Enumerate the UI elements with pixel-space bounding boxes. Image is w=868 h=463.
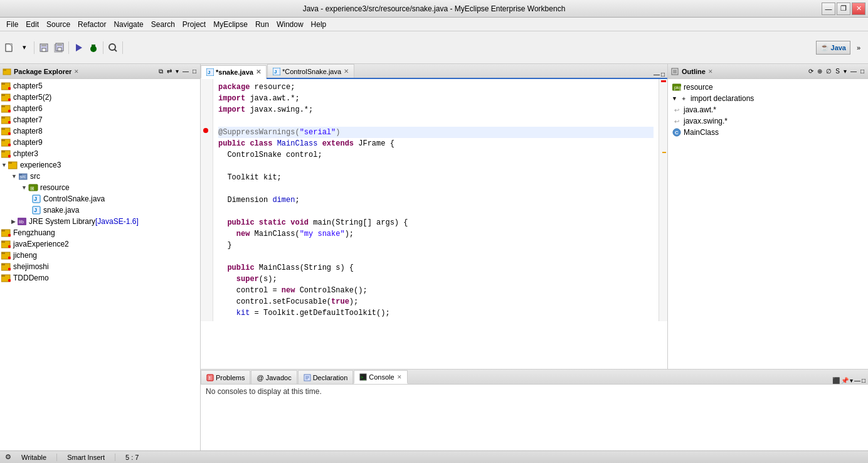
tree-item-chapter5[interactable]: chapter5 bbox=[1, 80, 199, 92]
code-line-14: new MainClass("my snake"); bbox=[218, 228, 654, 240]
tree-item-jre[interactable]: ▶ lib JRE System Library [JavaSE-1.6] bbox=[1, 216, 199, 227]
svg-rect-19 bbox=[1, 94, 5, 96]
tab-controlsnake-close[interactable]: ✕ bbox=[344, 68, 349, 75]
tree-item-src[interactable]: ▼ src src bbox=[1, 171, 199, 182]
tab-declaration[interactable]: Declaration bbox=[298, 370, 354, 384]
menu-run[interactable]: Run bbox=[251, 19, 273, 30]
tree-item-chapter9[interactable]: chapter9 bbox=[1, 137, 199, 148]
java-perspective-button[interactable]: ☕ Java bbox=[816, 41, 850, 55]
collapse-all-button[interactable]: ⧉ bbox=[157, 68, 164, 75]
search-button[interactable] bbox=[106, 41, 120, 55]
minimize-panel-button[interactable]: — bbox=[181, 68, 190, 75]
java-file-icon: J bbox=[31, 194, 41, 204]
maximize-editor-button[interactable]: □ bbox=[661, 71, 665, 78]
tab-snake-close[interactable]: ✕ bbox=[256, 68, 261, 75]
tree-item-tdddemo[interactable]: TDDDemo bbox=[1, 272, 199, 284]
svg-rect-60 bbox=[8, 268, 11, 270]
svg-rect-3 bbox=[42, 48, 46, 51]
outline-resource[interactable]: pkg resource bbox=[670, 82, 865, 93]
new-button[interactable] bbox=[3, 41, 16, 55]
console-close-icon[interactable]: ✕ bbox=[397, 374, 402, 380]
outline-sort-button[interactable]: ⟳ bbox=[807, 68, 815, 75]
tree-item-chpter3[interactable]: chpter3 bbox=[1, 148, 199, 159]
tree-item-fengzhuang[interactable]: Fengzhuang bbox=[1, 227, 199, 238]
tree-item-javaexperience2[interactable]: javaExperience2 bbox=[1, 238, 199, 250]
bottom-min[interactable]: — bbox=[854, 377, 860, 384]
menu-help[interactable]: Help bbox=[307, 19, 331, 30]
outline-dropdown[interactable]: ▾ bbox=[842, 68, 848, 75]
svg-marker-8 bbox=[76, 44, 82, 51]
menu-refactor[interactable]: Refactor bbox=[74, 19, 110, 30]
tree-item-jicheng[interactable]: jicheng bbox=[1, 250, 199, 261]
tree-item-chapter7[interactable]: chapter7 bbox=[1, 114, 199, 125]
outline-hide-fields[interactable]: ∅ bbox=[825, 68, 833, 75]
tree-item-chapter6[interactable]: chapter6 bbox=[1, 103, 199, 114]
menu-edit[interactable]: Edit bbox=[22, 19, 43, 30]
tree-item-snake[interactable]: J snake.java bbox=[1, 205, 199, 216]
view-menu-button[interactable]: ▾ bbox=[174, 68, 180, 75]
minimize-editor-button[interactable]: — bbox=[654, 71, 660, 78]
bottom-open-console[interactable]: ⬛ bbox=[832, 377, 840, 384]
outline-min[interactable]: — bbox=[849, 68, 858, 75]
bottom-pin[interactable]: 📌 bbox=[841, 377, 849, 384]
maximize-panel-button[interactable]: □ bbox=[191, 68, 198, 75]
tree-item-chapter5-2[interactable]: chapter5(2) bbox=[1, 92, 199, 103]
tab-javadoc[interactable]: @ Javadoc bbox=[251, 370, 297, 384]
tree-item-experience3[interactable]: ▼ experience3 bbox=[1, 159, 199, 171]
ruler-error bbox=[661, 80, 666, 82]
menu-source[interactable]: Source bbox=[43, 19, 74, 30]
svg-text:lib: lib bbox=[19, 219, 24, 225]
outline-java-awt[interactable]: ↩ java.awt.* bbox=[670, 104, 865, 115]
bottom-dropdown[interactable]: ▾ bbox=[850, 377, 853, 384]
code-line-17: public MainClass(String s) { bbox=[218, 262, 654, 274]
package-explorer-header: Package Explorer ✕ ⧉ ⇄ ▾ — □ bbox=[0, 64, 200, 79]
menu-search[interactable]: Search bbox=[147, 19, 179, 30]
code-content[interactable]: package resource; import java.awt.*; imp… bbox=[213, 79, 659, 321]
save-all-button[interactable] bbox=[52, 41, 66, 55]
link-with-editor-button[interactable]: ⇄ bbox=[166, 68, 173, 75]
close-button[interactable]: ✕ bbox=[852, 3, 865, 15]
tab-snake-java[interactable]: J *snake.java ✕ bbox=[201, 65, 267, 79]
code-line-11: Dimension dimen; bbox=[218, 194, 654, 206]
outline-import-decl[interactable]: ▼ ✦ import declarations bbox=[670, 93, 865, 104]
outline-mainclass[interactable]: C MainClass bbox=[670, 127, 865, 138]
maximize-button[interactable]: ❐ bbox=[837, 3, 850, 15]
run-button[interactable] bbox=[71, 41, 85, 55]
code-editor[interactable]: package resource; import java.awt.*; imp… bbox=[201, 79, 667, 369]
package-explorer-x[interactable]: ✕ bbox=[74, 68, 79, 75]
outline-x[interactable]: ✕ bbox=[708, 68, 713, 75]
outline-javax-swing[interactable]: ↩ javax.swing.* bbox=[670, 115, 865, 127]
console-icon: >_ bbox=[359, 373, 367, 381]
outline-hide-static[interactable]: S bbox=[834, 68, 841, 75]
outline-package-icon: pkg bbox=[672, 82, 682, 92]
class-icon: C bbox=[672, 127, 682, 137]
svg-rect-14 bbox=[3, 69, 6, 71]
svg-text:J: J bbox=[34, 207, 37, 213]
outline-max[interactable]: □ bbox=[859, 68, 865, 75]
menu-window[interactable]: Window bbox=[273, 19, 307, 30]
tree-item-controlsnake[interactable]: J ControlSnake.java bbox=[1, 193, 199, 205]
main-area: Package Explorer ✕ ⧉ ⇄ ▾ — □ chapter5 ch… bbox=[0, 64, 868, 450]
tree-item-resource-pkg[interactable]: ▼ ⊞ resource bbox=[1, 182, 199, 193]
problems-label: Problems bbox=[216, 374, 245, 381]
dropdown-new[interactable]: ▾ bbox=[18, 41, 31, 55]
code-line-21: kit = Toolkit.getDefaultToolkit(); bbox=[218, 307, 654, 319]
menu-myeclipse[interactable]: MyEclipse bbox=[209, 19, 251, 30]
error-marker bbox=[203, 128, 208, 133]
save-button[interactable] bbox=[37, 41, 51, 55]
menu-project[interactable]: Project bbox=[179, 19, 209, 30]
more-perspectives[interactable]: » bbox=[852, 41, 865, 55]
minimize-button[interactable]: — bbox=[822, 3, 835, 15]
bottom-max[interactable]: □ bbox=[862, 377, 865, 384]
debug-button[interactable] bbox=[87, 41, 100, 55]
tree-item-chapter8[interactable]: chapter8 bbox=[1, 125, 199, 137]
tab-console[interactable]: >_ Console ✕ bbox=[354, 370, 407, 384]
outline-filter-button[interactable]: ⊕ bbox=[816, 68, 823, 75]
tree-item-shejimoshi[interactable]: shejimoshi bbox=[1, 261, 199, 272]
menu-navigate[interactable]: Navigate bbox=[110, 19, 147, 30]
tab-controlsnake-java[interactable]: J *ControlSnake.java ✕ bbox=[267, 64, 354, 78]
tab-problems[interactable]: ! Problems bbox=[201, 370, 250, 384]
menu-file[interactable]: File bbox=[3, 19, 22, 30]
separator-4 bbox=[122, 41, 123, 54]
code-line-16 bbox=[218, 251, 654, 262]
